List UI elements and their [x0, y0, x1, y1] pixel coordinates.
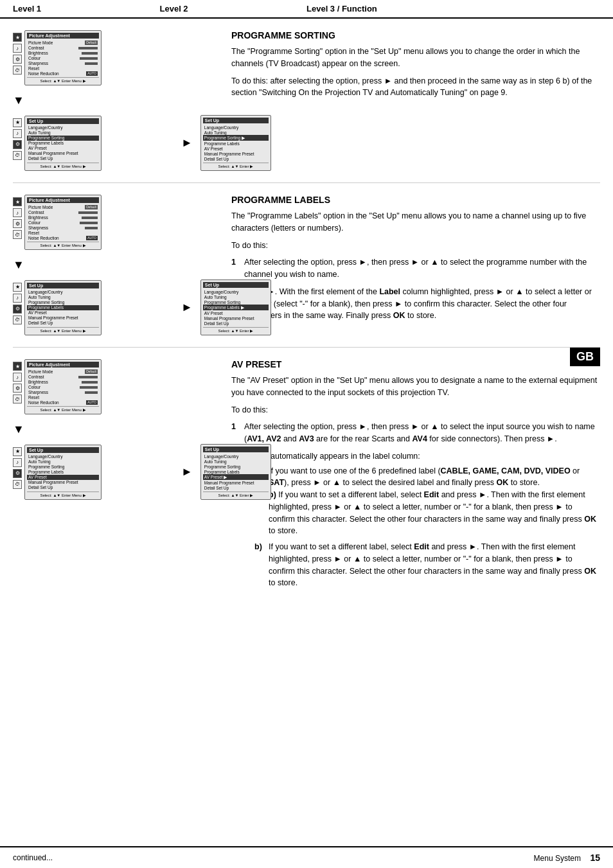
section-right-labels: PROGRAMME LABELS The "Programme Labels" … — [218, 195, 600, 335]
av-sub-steps: a) If you want to use one of the 6 prede… — [254, 465, 600, 590]
avr-4: Programme Labels — [203, 469, 269, 474]
section-left-labels: ★ ♪ ⚙ ⏱ Picture Adjustment Picture ModeD… — [13, 195, 218, 335]
setup-screen-title: Set Up — [27, 118, 99, 124]
avpa-r2: Contrast — [27, 374, 99, 379]
picture-adj-screen: Picture Adjustment Picture ModeDefault C… — [24, 30, 102, 85]
avs-r3: Programme Sorting — [27, 465, 99, 470]
av-sub-a: a) If you want to use one of the 6 prede… — [254, 465, 600, 538]
av-step-content-1: After selecting the option, press ►, the… — [244, 421, 600, 445]
picture-adjustment-screen-row: ★ ♪ ⚙ ⏱ Picture Adjustment Picture ModeD… — [13, 30, 173, 85]
setup-row-proglabel: Programme Labels — [27, 141, 99, 146]
labels-setup-icons: ★ ♪ ⚙ ⏱ — [13, 280, 22, 324]
avsi-1: ★ — [13, 447, 22, 456]
section-av-preset: ★ ♪ ⚙ ⏱ Picture Adjustment Picture ModeD… — [13, 348, 600, 610]
setup-screen-row: ★ ♪ ⚙ ⏱ Set Up Language/Country Auto Tun… — [13, 116, 173, 171]
setup-screen-footer: Select: ▲▼ Enter Menu ▶ — [27, 163, 99, 168]
icon-s1: ★ — [13, 118, 22, 127]
sr-manual: Manual Programme Preset — [203, 151, 269, 156]
avpa-r3: Brightness — [27, 379, 99, 384]
section-right-av: AV PRESET The "AV Preset" option in the … — [218, 359, 600, 598]
avr-7: Detail Set Up — [203, 485, 269, 490]
avpa-r1: Picture ModeDefault — [27, 369, 99, 374]
avs-r6: Manual Programme Preset — [27, 480, 99, 485]
row-sharpness: Sharpness — [27, 60, 99, 66]
lsetup-r7: Detail Set Up — [27, 321, 99, 326]
sr-auto: Auto Tuning — [203, 130, 269, 135]
setup-row-avpreset: AV Preset — [27, 146, 99, 151]
section-left-sorting: ★ ♪ ⚙ ⏱ Picture Adjustment Picture ModeD… — [13, 30, 218, 171]
step-content-2: Press ►. With the first element of the L… — [244, 286, 600, 322]
av-result-screen: Set Up Language/Country Auto Tuning Prog… — [200, 444, 271, 500]
lsi-2: ♪ — [13, 294, 22, 303]
labels-setup-screen: Set Up Language/Country Auto Tuning Prog… — [24, 280, 102, 335]
av-sub-b: b) If you want to set a different label,… — [254, 541, 600, 589]
lsetup-title: Set Up — [27, 283, 99, 288]
icon-picture: ★ — [13, 33, 22, 42]
text-sorting-1: The "Programme Sorting" option in the "S… — [231, 46, 600, 70]
footer-page: 15 — [590, 853, 600, 863]
sr-sort: Programme Sorting ▶ — [203, 135, 269, 141]
sr-avpreset: AV Preset — [203, 146, 269, 151]
av-step-2: 2 A label automatically appears in the l… — [231, 450, 600, 593]
setup-row-manual: Manual Programme Preset — [27, 151, 99, 156]
icon-s2: ♪ — [13, 129, 22, 138]
icon-audio: ♪ — [13, 44, 22, 53]
avi-4: ⏱ — [13, 394, 22, 403]
lsetup-r4: Programme Labels — [27, 305, 99, 310]
icon-time: ⏱ — [13, 66, 22, 75]
setup-row-detail: Detail Set Up — [27, 156, 99, 161]
screen-icons-setup: ★ ♪ ⚙ ⏱ — [13, 116, 22, 160]
title-sorting: PROGRAMME SORTING — [231, 30, 600, 40]
labels-picadj-row: ★ ♪ ⚙ ⏱ Picture Adjustment Picture ModeD… — [13, 195, 173, 250]
lpa-row1: Picture ModeDefault — [27, 204, 99, 209]
labels-picadj-screen: Picture Adjustment Picture ModeDefault C… — [24, 195, 102, 250]
step-num-1: 1 — [231, 256, 240, 281]
av-step-content-2: A label automatically appears in the lab… — [244, 450, 600, 593]
avr-3: Programme Sorting — [203, 464, 269, 469]
av-setup-icons: ★ ♪ ⚙ ⏱ — [13, 445, 22, 489]
section-left-av: ★ ♪ ⚙ ⏱ Picture Adjustment Picture ModeD… — [13, 359, 218, 598]
avs-r5: AV Preset — [27, 475, 99, 480]
arrow-right-av: ► — [176, 465, 198, 479]
header-col2: Level 2 — [160, 4, 307, 13]
sub-content-b: If you want to set a different label, se… — [269, 541, 600, 589]
footer: continued... Menu System 15 — [0, 846, 613, 868]
avsi-2: ♪ — [13, 458, 22, 467]
labels-steps: 1 After selecting the option, press ►, t… — [231, 256, 600, 322]
title-labels: PROGRAMME LABELS — [231, 195, 600, 205]
row-brightness: Brightness — [27, 50, 99, 55]
labels-screens-row: ★ ♪ ⚙ ⏱ Set Up Language/Country Auto Tun… — [13, 279, 271, 335]
row-reset: Reset — [27, 66, 99, 71]
setup-row-lang: Language/Country — [27, 125, 99, 130]
lpa-row6: Reset — [27, 230, 99, 235]
sr-detail: Detail Set Up — [203, 156, 269, 161]
lr-6: Manual Programme Preset — [203, 315, 269, 321]
text-labels-intro: The "Programme Labels" option in the "Se… — [231, 210, 600, 235]
av-step-num-1: 1 — [231, 421, 240, 445]
section-right-sorting: PROGRAMME SORTING The "Programme Sorting… — [218, 30, 600, 171]
av-icons: ★ ♪ ⚙ ⏱ — [13, 359, 22, 403]
header-col1: Level 1 — [13, 4, 160, 13]
row-contrast: Contrast — [27, 45, 99, 50]
labels-icons: ★ ♪ ⚙ ⏱ — [13, 195, 22, 239]
step-content-1: After selecting the option, press ►, the… — [244, 256, 600, 281]
av-setup-screen: Set Up Language/Country Auto Tuning Prog… — [24, 445, 102, 500]
av-picadj-row: ★ ♪ ⚙ ⏱ Picture Adjustment Picture ModeD… — [13, 359, 173, 414]
av-screens-row: ★ ♪ ⚙ ⏱ Set Up Language/Country Auto Tun… — [13, 444, 271, 500]
avpa-footer: Select: ▲▼ Enter Menu ▶ — [27, 406, 99, 412]
section-programme-sorting: ★ ♪ ⚙ ⏱ Picture Adjustment Picture ModeD… — [13, 19, 600, 183]
setup-screen: Set Up Language/Country Auto Tuning Prog… — [24, 116, 102, 171]
lsi-1: ★ — [13, 283, 22, 292]
avi-3: ⚙ — [13, 384, 22, 393]
licon-1: ★ — [13, 197, 22, 206]
licon-2: ♪ — [13, 208, 22, 217]
labels-step-2: 2 Press ►. With the first element of the… — [231, 286, 600, 322]
row-noise: Noise ReductionAUTO — [27, 71, 99, 76]
icon-setup: ⚙ — [13, 55, 22, 64]
footer-menu-system: Menu System — [534, 854, 581, 863]
lpa-row7: Noise ReductionAUTO — [27, 235, 99, 240]
av-picadj-screen: Picture Adjustment Picture ModeDefault C… — [24, 359, 102, 414]
sorting-result-title: Set Up — [203, 118, 269, 123]
licon-4: ⏱ — [13, 230, 22, 239]
avsi-4: ⏱ — [13, 480, 22, 489]
